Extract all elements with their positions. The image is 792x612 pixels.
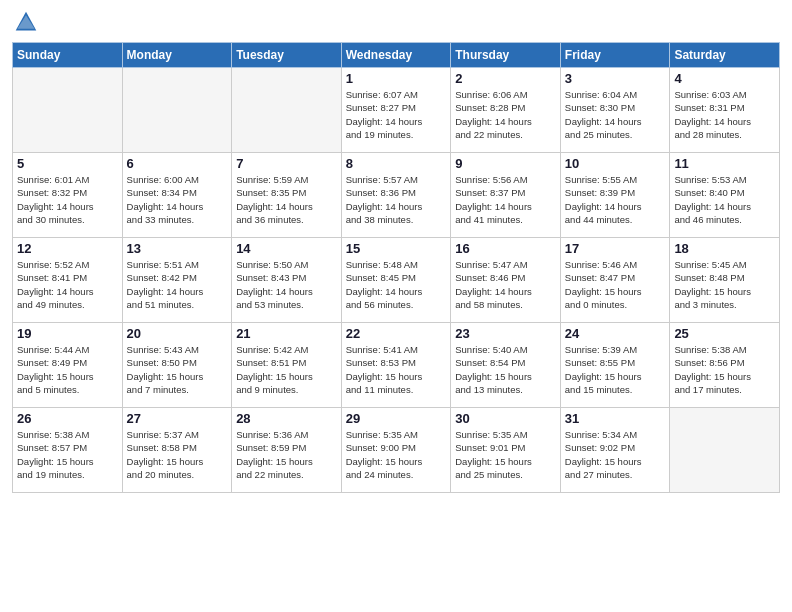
day-detail: Sunrise: 5:37 AM Sunset: 8:58 PM Dayligh… xyxy=(127,428,228,481)
day-number: 7 xyxy=(236,156,337,171)
day-number: 27 xyxy=(127,411,228,426)
day-number: 20 xyxy=(127,326,228,341)
day-cell xyxy=(232,68,342,153)
week-row-5: 26Sunrise: 5:38 AM Sunset: 8:57 PM Dayli… xyxy=(13,408,780,493)
day-cell: 18Sunrise: 5:45 AM Sunset: 8:48 PM Dayli… xyxy=(670,238,780,323)
day-detail: Sunrise: 5:36 AM Sunset: 8:59 PM Dayligh… xyxy=(236,428,337,481)
day-number: 16 xyxy=(455,241,556,256)
day-detail: Sunrise: 5:34 AM Sunset: 9:02 PM Dayligh… xyxy=(565,428,666,481)
day-cell: 1Sunrise: 6:07 AM Sunset: 8:27 PM Daylig… xyxy=(341,68,451,153)
day-number: 10 xyxy=(565,156,666,171)
day-detail: Sunrise: 5:56 AM Sunset: 8:37 PM Dayligh… xyxy=(455,173,556,226)
day-detail: Sunrise: 5:44 AM Sunset: 8:49 PM Dayligh… xyxy=(17,343,118,396)
weekday-header-wednesday: Wednesday xyxy=(341,43,451,68)
day-detail: Sunrise: 6:03 AM Sunset: 8:31 PM Dayligh… xyxy=(674,88,775,141)
day-number: 4 xyxy=(674,71,775,86)
logo-icon xyxy=(14,10,38,34)
day-detail: Sunrise: 5:57 AM Sunset: 8:36 PM Dayligh… xyxy=(346,173,447,226)
day-number: 5 xyxy=(17,156,118,171)
svg-marker-1 xyxy=(17,15,34,29)
day-detail: Sunrise: 6:07 AM Sunset: 8:27 PM Dayligh… xyxy=(346,88,447,141)
day-cell: 15Sunrise: 5:48 AM Sunset: 8:45 PM Dayli… xyxy=(341,238,451,323)
day-detail: Sunrise: 6:00 AM Sunset: 8:34 PM Dayligh… xyxy=(127,173,228,226)
weekday-header-monday: Monday xyxy=(122,43,232,68)
weekday-header-friday: Friday xyxy=(560,43,670,68)
day-detail: Sunrise: 5:48 AM Sunset: 8:45 PM Dayligh… xyxy=(346,258,447,311)
day-cell: 28Sunrise: 5:36 AM Sunset: 8:59 PM Dayli… xyxy=(232,408,342,493)
day-detail: Sunrise: 5:51 AM Sunset: 8:42 PM Dayligh… xyxy=(127,258,228,311)
day-detail: Sunrise: 5:43 AM Sunset: 8:50 PM Dayligh… xyxy=(127,343,228,396)
day-number: 15 xyxy=(346,241,447,256)
day-cell: 2Sunrise: 6:06 AM Sunset: 8:28 PM Daylig… xyxy=(451,68,561,153)
header xyxy=(12,10,780,34)
day-number: 12 xyxy=(17,241,118,256)
day-detail: Sunrise: 5:42 AM Sunset: 8:51 PM Dayligh… xyxy=(236,343,337,396)
day-cell: 17Sunrise: 5:46 AM Sunset: 8:47 PM Dayli… xyxy=(560,238,670,323)
day-number: 26 xyxy=(17,411,118,426)
weekday-header-row: SundayMondayTuesdayWednesdayThursdayFrid… xyxy=(13,43,780,68)
day-number: 21 xyxy=(236,326,337,341)
day-cell: 6Sunrise: 6:00 AM Sunset: 8:34 PM Daylig… xyxy=(122,153,232,238)
day-number: 19 xyxy=(17,326,118,341)
day-cell: 12Sunrise: 5:52 AM Sunset: 8:41 PM Dayli… xyxy=(13,238,123,323)
day-number: 23 xyxy=(455,326,556,341)
day-detail: Sunrise: 6:01 AM Sunset: 8:32 PM Dayligh… xyxy=(17,173,118,226)
calendar-table: SundayMondayTuesdayWednesdayThursdayFrid… xyxy=(12,42,780,493)
day-cell: 22Sunrise: 5:41 AM Sunset: 8:53 PM Dayli… xyxy=(341,323,451,408)
day-detail: Sunrise: 5:41 AM Sunset: 8:53 PM Dayligh… xyxy=(346,343,447,396)
day-cell: 10Sunrise: 5:55 AM Sunset: 8:39 PM Dayli… xyxy=(560,153,670,238)
day-number: 25 xyxy=(674,326,775,341)
day-number: 6 xyxy=(127,156,228,171)
day-cell xyxy=(670,408,780,493)
day-cell: 24Sunrise: 5:39 AM Sunset: 8:55 PM Dayli… xyxy=(560,323,670,408)
day-cell: 16Sunrise: 5:47 AM Sunset: 8:46 PM Dayli… xyxy=(451,238,561,323)
day-detail: Sunrise: 5:47 AM Sunset: 8:46 PM Dayligh… xyxy=(455,258,556,311)
day-detail: Sunrise: 6:06 AM Sunset: 8:28 PM Dayligh… xyxy=(455,88,556,141)
day-cell xyxy=(13,68,123,153)
day-cell: 30Sunrise: 5:35 AM Sunset: 9:01 PM Dayli… xyxy=(451,408,561,493)
day-detail: Sunrise: 5:53 AM Sunset: 8:40 PM Dayligh… xyxy=(674,173,775,226)
day-cell: 3Sunrise: 6:04 AM Sunset: 8:30 PM Daylig… xyxy=(560,68,670,153)
day-detail: Sunrise: 5:35 AM Sunset: 9:01 PM Dayligh… xyxy=(455,428,556,481)
day-cell: 19Sunrise: 5:44 AM Sunset: 8:49 PM Dayli… xyxy=(13,323,123,408)
day-number: 13 xyxy=(127,241,228,256)
day-number: 9 xyxy=(455,156,556,171)
day-cell: 29Sunrise: 5:35 AM Sunset: 9:00 PM Dayli… xyxy=(341,408,451,493)
day-cell: 21Sunrise: 5:42 AM Sunset: 8:51 PM Dayli… xyxy=(232,323,342,408)
day-cell: 20Sunrise: 5:43 AM Sunset: 8:50 PM Dayli… xyxy=(122,323,232,408)
weekday-header-tuesday: Tuesday xyxy=(232,43,342,68)
day-cell xyxy=(122,68,232,153)
logo xyxy=(12,10,38,34)
day-detail: Sunrise: 5:50 AM Sunset: 8:43 PM Dayligh… xyxy=(236,258,337,311)
week-row-2: 5Sunrise: 6:01 AM Sunset: 8:32 PM Daylig… xyxy=(13,153,780,238)
day-cell: 31Sunrise: 5:34 AM Sunset: 9:02 PM Dayli… xyxy=(560,408,670,493)
day-number: 1 xyxy=(346,71,447,86)
day-number: 8 xyxy=(346,156,447,171)
day-number: 11 xyxy=(674,156,775,171)
day-cell: 14Sunrise: 5:50 AM Sunset: 8:43 PM Dayli… xyxy=(232,238,342,323)
day-cell: 9Sunrise: 5:56 AM Sunset: 8:37 PM Daylig… xyxy=(451,153,561,238)
day-cell: 5Sunrise: 6:01 AM Sunset: 8:32 PM Daylig… xyxy=(13,153,123,238)
day-number: 14 xyxy=(236,241,337,256)
page: SundayMondayTuesdayWednesdayThursdayFrid… xyxy=(0,0,792,612)
day-cell: 13Sunrise: 5:51 AM Sunset: 8:42 PM Dayli… xyxy=(122,238,232,323)
day-number: 18 xyxy=(674,241,775,256)
day-cell: 8Sunrise: 5:57 AM Sunset: 8:36 PM Daylig… xyxy=(341,153,451,238)
day-cell: 7Sunrise: 5:59 AM Sunset: 8:35 PM Daylig… xyxy=(232,153,342,238)
day-cell: 23Sunrise: 5:40 AM Sunset: 8:54 PM Dayli… xyxy=(451,323,561,408)
day-detail: Sunrise: 5:35 AM Sunset: 9:00 PM Dayligh… xyxy=(346,428,447,481)
day-cell: 4Sunrise: 6:03 AM Sunset: 8:31 PM Daylig… xyxy=(670,68,780,153)
day-cell: 26Sunrise: 5:38 AM Sunset: 8:57 PM Dayli… xyxy=(13,408,123,493)
day-detail: Sunrise: 5:39 AM Sunset: 8:55 PM Dayligh… xyxy=(565,343,666,396)
day-number: 30 xyxy=(455,411,556,426)
day-detail: Sunrise: 6:04 AM Sunset: 8:30 PM Dayligh… xyxy=(565,88,666,141)
day-cell: 11Sunrise: 5:53 AM Sunset: 8:40 PM Dayli… xyxy=(670,153,780,238)
weekday-header-thursday: Thursday xyxy=(451,43,561,68)
day-detail: Sunrise: 5:59 AM Sunset: 8:35 PM Dayligh… xyxy=(236,173,337,226)
day-number: 22 xyxy=(346,326,447,341)
day-detail: Sunrise: 5:55 AM Sunset: 8:39 PM Dayligh… xyxy=(565,173,666,226)
day-detail: Sunrise: 5:46 AM Sunset: 8:47 PM Dayligh… xyxy=(565,258,666,311)
day-number: 24 xyxy=(565,326,666,341)
day-detail: Sunrise: 5:45 AM Sunset: 8:48 PM Dayligh… xyxy=(674,258,775,311)
week-row-4: 19Sunrise: 5:44 AM Sunset: 8:49 PM Dayli… xyxy=(13,323,780,408)
